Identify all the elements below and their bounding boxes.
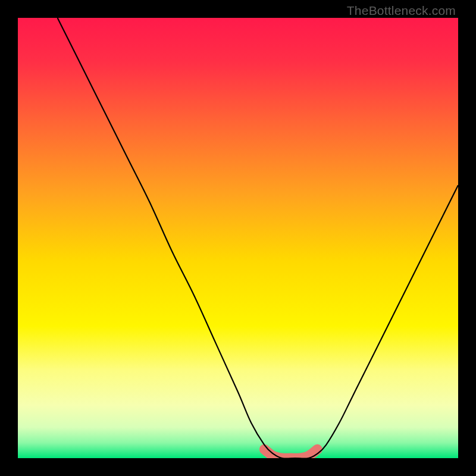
- bottleneck-curve: [18, 18, 458, 458]
- chart-frame: TheBottleneck.com: [0, 0, 476, 476]
- curve-line: [58, 18, 458, 458]
- plot-area: [18, 18, 458, 458]
- watermark-text: TheBottleneck.com: [347, 4, 456, 18]
